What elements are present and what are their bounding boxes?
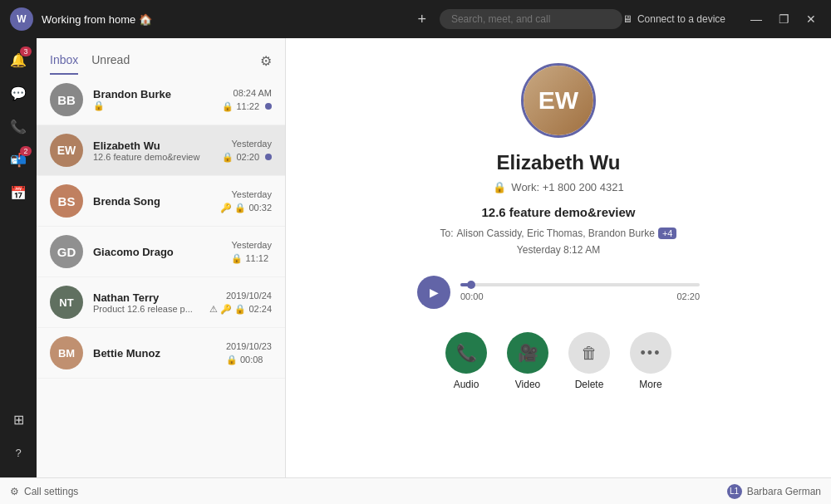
- action-more[interactable]: ••• More: [630, 332, 671, 390]
- contact-duration: 🔑 🔒 00:32: [220, 203, 272, 213]
- contact-name: Nathan Terry: [93, 291, 209, 304]
- avatar-nathan-terry: NT: [50, 286, 83, 319]
- contact-item-elizabeth-wu[interactable]: EW Elizabeth Wu 12.6 feature demo&review…: [37, 125, 285, 176]
- contact-meta: 2019/10/24 ⚠ 🔑 🔒 02:24: [209, 291, 272, 315]
- contact-item-bettie-munoz[interactable]: BM Bettie Munoz 2019/10/23 🔒 00:08: [37, 328, 285, 379]
- detail-pane: EW Elizabeth Wu 🔒 Work: +1 800 200 4321 …: [286, 38, 831, 477]
- nav-help[interactable]: ?: [3, 438, 33, 467]
- track-bar[interactable]: [460, 283, 700, 286]
- more-icon-circle: •••: [630, 332, 671, 374]
- contact-duration: 🔒 02:20: [222, 152, 272, 163]
- contact-sub: 12.6 feature demo&review: [93, 152, 222, 162]
- contact-info-giacomo-drago: Giacomo Drago: [93, 246, 231, 258]
- contact-info-brenda-song: Brenda Song: [93, 195, 220, 208]
- connect-device-button[interactable]: 🖥 Connect to a device: [622, 13, 725, 25]
- nav-calendar[interactable]: 📅: [3, 178, 33, 208]
- sidebar-tabs: Inbox Unread: [50, 46, 130, 75]
- contact-duration: ⚠ 🔑 🔒 02:24: [209, 304, 272, 315]
- contact-duration: 🔒 00:08: [226, 355, 272, 365]
- nav-apps[interactable]: ⊞: [3, 404, 33, 434]
- contact-duration: 🔒 11:12: [231, 253, 272, 264]
- apps-icon: ⊞: [13, 412, 24, 428]
- video-label: Video: [515, 379, 540, 390]
- more-label: More: [639, 379, 661, 390]
- settings-icon: ⚙: [10, 486, 19, 497]
- call-settings[interactable]: ⚙ Call settings: [10, 486, 78, 497]
- contact-item-brandon-burke[interactable]: BB Brandon Burke 🔒 08:24 AM 🔒 11:22: [37, 75, 285, 125]
- nav-voicemail[interactable]: 📬 2: [3, 144, 33, 174]
- unread-dot: [265, 103, 272, 110]
- contact-info-nathan-terry: Nathan Terry Product 12.6 release p...: [93, 291, 209, 314]
- minimize-button[interactable]: —: [745, 11, 767, 27]
- lock-icon: 🔒: [93, 100, 105, 111]
- tab-unread[interactable]: Unread: [91, 46, 130, 75]
- lock-icon-sm: 🔒: [222, 152, 234, 163]
- left-nav: 🔔 3 💬 📞 📬 2 📅 ⊞ ?: [0, 38, 37, 477]
- recipients-overflow: +4: [658, 228, 677, 239]
- lock-icon-sm: 🔒: [234, 304, 246, 315]
- detail-subject: 12.6 feature demo&review: [481, 205, 635, 219]
- chat-icon: 💬: [10, 86, 27, 101]
- lock-icon-sm: 🔒: [226, 355, 238, 365]
- sidebar: Inbox Unread ⚙ BB Brandon Burke 🔒 08:24 …: [37, 38, 286, 477]
- lock-icon: 🔒: [493, 181, 506, 193]
- contact-meta: 2019/10/23 🔒 00:08: [226, 341, 272, 365]
- contact-item-giacomo-drago[interactable]: GD Giacomo Drago Yesterday 🔒 11:12: [37, 227, 285, 277]
- player-track[interactable]: 00:00 02:20: [460, 283, 700, 301]
- lock-icon-sm: 🔒: [234, 203, 246, 213]
- detail-timestamp: Yesterday 8:12 AM: [517, 244, 600, 256]
- filter-icon[interactable]: ⚙: [260, 53, 272, 69]
- detail-contact-name: Elizabeth Wu: [497, 151, 621, 174]
- status-user: L1 Barbara German: [727, 484, 821, 499]
- contact-sub: Product 12.6 release p...: [93, 304, 209, 314]
- sidebar-header: Inbox Unread ⚙: [37, 38, 285, 75]
- time-end: 02:20: [676, 291, 700, 301]
- time-start: 00:00: [460, 291, 484, 301]
- audio-icon-circle: 📞: [445, 332, 487, 374]
- avatar-brandon-burke: BB: [50, 83, 83, 116]
- phone-icon: 📞: [10, 119, 27, 135]
- tab-inbox[interactable]: Inbox: [50, 46, 78, 75]
- track-handle[interactable]: [467, 281, 475, 289]
- activity-badge: 3: [20, 46, 32, 56]
- add-button[interactable]: +: [417, 11, 426, 28]
- app-avatar: W: [10, 7, 33, 31]
- play-button[interactable]: ▶: [417, 276, 450, 309]
- audio-label: Audio: [454, 379, 479, 390]
- close-button[interactable]: ✕: [801, 11, 821, 27]
- window-title: Working from home 🏠: [42, 13, 417, 26]
- contact-meta: 08:24 AM 🔒 11:22: [222, 88, 272, 112]
- nav-bottom: ⊞ ?: [3, 404, 33, 471]
- warning-icon: ⚠: [209, 304, 218, 315]
- contact-meta: Yesterday 🔑 🔒 00:32: [220, 189, 272, 213]
- video-icon-circle: 🎥: [507, 332, 548, 374]
- detail-recipients: To: Alison Cassidy, Eric Thomas, Brandon…: [440, 228, 677, 239]
- contact-item-brenda-song[interactable]: BS Brenda Song Yesterday 🔑 🔒 00:32: [37, 176, 285, 227]
- nav-chat[interactable]: 💬: [3, 78, 33, 108]
- statusbar: ⚙ Call settings L1 Barbara German: [0, 477, 831, 504]
- avatar-bettie-munoz: BM: [50, 336, 83, 369]
- lock-icon-sm: 🔒: [231, 253, 243, 264]
- maximize-button[interactable]: ❐: [774, 11, 794, 27]
- action-buttons: 📞 Audio 🎥 Video 🗑 Delete ••• More: [445, 332, 671, 390]
- contact-item-nathan-terry[interactable]: NT Nathan Terry Product 12.6 release p..…: [37, 277, 285, 328]
- voicemail-badge: 2: [20, 146, 32, 156]
- nav-calls[interactable]: 📞: [3, 111, 33, 141]
- contact-info-brandon-burke: Brandon Burke 🔒: [93, 88, 222, 111]
- contact-name: Brenda Song: [93, 195, 220, 208]
- titlebar: W Working from home 🏠 + 🖥 Connect to a d…: [0, 0, 831, 38]
- action-audio[interactable]: 📞 Audio: [445, 332, 487, 390]
- user-name: Barbara German: [747, 486, 821, 497]
- delete-label: Delete: [575, 379, 604, 390]
- monitor-icon: 🖥: [622, 13, 632, 25]
- detail-avatar-inner: EW: [524, 66, 593, 135]
- window-controls: — ❐ ✕: [745, 11, 821, 27]
- contact-name: Elizabeth Wu: [93, 139, 222, 152]
- trash-action-icon: 🗑: [581, 344, 597, 363]
- key-icon: 🔑: [220, 203, 232, 213]
- action-delete[interactable]: 🗑 Delete: [568, 332, 610, 390]
- search-input[interactable]: [440, 9, 622, 29]
- action-video[interactable]: 🎥 Video: [507, 332, 548, 390]
- nav-activity[interactable]: 🔔 3: [3, 45, 33, 75]
- user-badge: L1: [727, 484, 742, 499]
